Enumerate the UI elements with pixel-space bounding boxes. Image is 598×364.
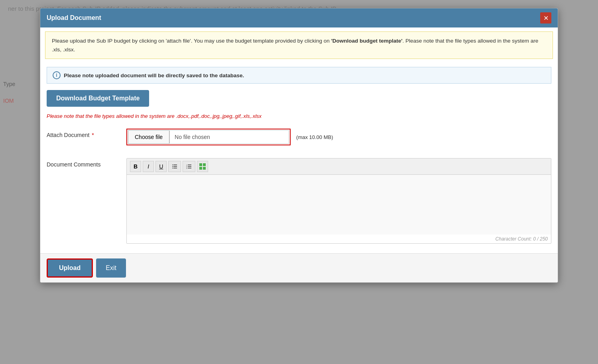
rich-text-editor: B I U 1.2.3. — [126, 158, 551, 244]
info-banner-bold: 'Download budget template' — [331, 38, 403, 44]
rte-bold-button[interactable]: B — [130, 161, 141, 172]
required-star: * — [90, 132, 94, 138]
rte-unordered-list-button[interactable] — [168, 161, 181, 172]
download-budget-template-button[interactable]: Download Budget Template — [47, 90, 149, 107]
upload-document-modal: Upload Document ✕ Please upload the Sub … — [40, 8, 558, 283]
info-note: i Please note uploaded document will be … — [47, 67, 551, 84]
svg-point-3 — [172, 164, 173, 165]
attach-document-row: Attach Document * Choose file No file ch… — [47, 125, 551, 149]
rte-underline-button[interactable]: U — [155, 161, 167, 172]
rte-body[interactable] — [127, 175, 551, 235]
modal-body: i Please note uploaded document will be … — [40, 63, 558, 247]
modal-title: Upload Document — [47, 14, 101, 22]
modal-header: Upload Document ✕ — [40, 8, 558, 27]
rte-grid-button[interactable] — [197, 161, 208, 172]
info-icon: i — [53, 71, 61, 79]
svg-point-4 — [172, 166, 173, 167]
document-comments-label: Document Comments — [47, 158, 126, 168]
file-name-display: No file chosen — [169, 130, 289, 144]
char-count: Character Count: 0 / 250 — [127, 235, 551, 243]
file-max-size: (max 10.00 MB) — [293, 131, 336, 143]
rte-italic-button[interactable]: I — [143, 161, 154, 172]
file-types-note: Please note that the file types allowed … — [47, 113, 551, 119]
choose-file-button[interactable]: Choose file — [128, 130, 169, 144]
modal-close-button[interactable]: ✕ — [540, 12, 551, 23]
svg-text:3.: 3. — [186, 167, 187, 169]
info-banner-text-before: Please upload the Sub IP budget by click… — [52, 38, 331, 44]
modal-overlay: Upload Document ✕ Please upload the Sub … — [0, 0, 598, 364]
upload-button[interactable]: Upload — [47, 258, 93, 278]
modal-footer: Upload Exit — [40, 253, 558, 282]
svg-point-5 — [172, 168, 173, 168]
rte-ordered-list-button[interactable]: 1.2.3. — [183, 161, 195, 172]
rte-toolbar: B I U 1.2.3. — [127, 159, 551, 175]
info-note-text: Please note uploaded document will be di… — [64, 72, 244, 78]
document-comments-row: Document Comments B I U 1.2.3. — [47, 155, 551, 247]
modal-info-banner: Please upload the Sub IP budget by click… — [45, 31, 553, 59]
exit-button[interactable]: Exit — [96, 258, 126, 278]
grid-icon — [199, 163, 206, 170]
file-input-wrapper: Choose file No file chosen — [126, 129, 291, 145]
attach-document-label: Attach Document * — [47, 129, 126, 138]
